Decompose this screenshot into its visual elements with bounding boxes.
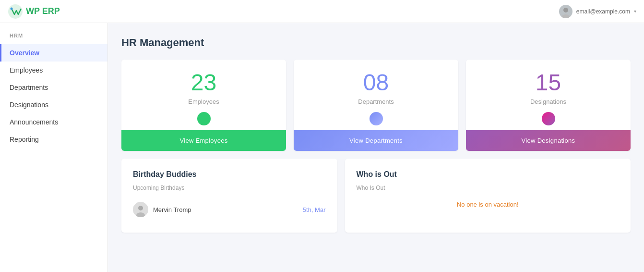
stat-card-departments-top: 08 Departments xyxy=(294,60,458,130)
sidebar-item-overview[interactable]: Overview xyxy=(0,44,107,62)
designations-circle xyxy=(542,112,555,125)
designations-label: Designations xyxy=(476,98,621,105)
whoout-card-subtitle: Who Is Out xyxy=(357,185,620,191)
view-employees-button[interactable]: View Employees xyxy=(121,130,286,151)
person-date: 5th, Mar xyxy=(303,206,326,213)
sidebar-item-designations[interactable]: Designations xyxy=(0,96,107,113)
logo-icon xyxy=(8,4,23,19)
departments-label: Departments xyxy=(303,98,449,105)
page-title: HR Management xyxy=(121,37,631,49)
logo-text: WP ERP xyxy=(26,6,60,16)
logo-wp: WP xyxy=(26,6,40,16)
employees-count: 23 xyxy=(131,71,276,94)
svg-point-5 xyxy=(138,206,143,210)
whoout-card-title: Who is Out xyxy=(357,170,620,179)
person-name: Mervin Tromp xyxy=(153,206,298,213)
designations-count: 15 xyxy=(476,71,621,94)
birthday-card-subtitle: Upcoming Birthdays xyxy=(133,185,326,191)
employees-label: Employees xyxy=(131,98,276,105)
sidebar-item-employees[interactable]: Employees xyxy=(0,62,107,79)
user-menu[interactable]: email@example.com ▾ xyxy=(559,5,636,18)
sidebar-section-title: HRM xyxy=(0,33,107,44)
birthday-person-row: Mervin Tromp 5th, Mar xyxy=(133,198,326,221)
stat-card-employees-top: 23 Employees xyxy=(121,60,286,130)
view-designations-button[interactable]: View Designations xyxy=(466,130,631,151)
svg-point-3 xyxy=(561,14,570,18)
stat-cards: 23 Employees View Employees 08 Departmen… xyxy=(121,60,631,151)
sidebar-item-reporting[interactable]: Reporting xyxy=(0,131,107,148)
departments-count: 08 xyxy=(303,71,449,94)
birthday-card: Birthday Buddies Upcoming Birthdays Merv… xyxy=(121,159,337,233)
sidebar: HRM Overview Employees Departments Desig… xyxy=(0,23,108,272)
view-departments-button[interactable]: View Departments xyxy=(294,130,458,151)
sidebar-item-departments[interactable]: Departments xyxy=(0,79,107,96)
bottom-cards: Birthday Buddies Upcoming Birthdays Merv… xyxy=(121,159,631,233)
departments-circle xyxy=(370,112,383,125)
no-vacation-message: No one is on vacation! xyxy=(357,201,620,208)
logo: WP ERP xyxy=(8,4,60,19)
svg-point-2 xyxy=(563,8,568,12)
main-content: HR Management 23 Employees View Employee… xyxy=(108,23,644,272)
chevron-down-icon: ▾ xyxy=(634,9,636,14)
birthday-card-title: Birthday Buddies xyxy=(133,170,326,179)
user-email: email@example.com xyxy=(576,8,630,15)
employees-circle xyxy=(197,112,211,125)
topbar: WP ERP email@example.com ▾ xyxy=(0,0,644,23)
user-avatar xyxy=(559,5,572,18)
stat-card-employees: 23 Employees View Employees xyxy=(121,60,286,151)
stat-card-departments: 08 Departments View Departments xyxy=(294,60,458,151)
stat-card-designations: 15 Designations View Designations xyxy=(466,60,631,151)
stat-card-designations-top: 15 Designations xyxy=(466,60,631,130)
person-avatar xyxy=(133,202,148,217)
main-layout: HRM Overview Employees Departments Desig… xyxy=(0,23,644,272)
sidebar-item-announcements[interactable]: Announcements xyxy=(0,113,107,131)
whoout-card: Who is Out Who Is Out No one is on vacat… xyxy=(345,159,631,233)
svg-point-1 xyxy=(11,7,13,10)
